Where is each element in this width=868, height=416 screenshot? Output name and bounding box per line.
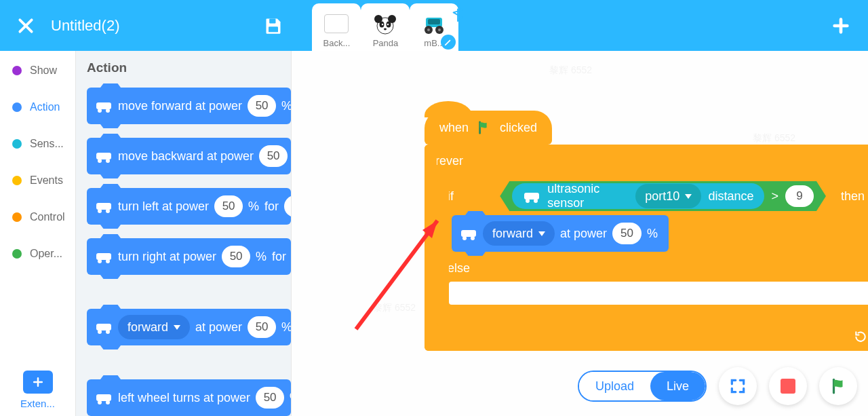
block-greater-than[interactable]: ultrasonic sensor port10 distance > 9 <box>500 181 826 211</box>
category-sidebar: Show Action Sens... Events Control Oper.… <box>0 51 76 416</box>
robot-icon <box>95 200 113 213</box>
power-input[interactable]: 50 <box>259 145 288 167</box>
svg-rect-1 <box>269 26 278 32</box>
block-text: turn right at power <box>118 250 216 264</box>
svg-point-23 <box>98 209 102 213</box>
add-sprite-button[interactable] <box>827 12 854 39</box>
sprite-tab-panda[interactable]: Panda <box>361 3 410 51</box>
top-bar: Untitled(2) Back... Panda <box>0 0 868 51</box>
svg-point-32 <box>98 400 102 404</box>
block-text: then <box>841 189 865 204</box>
block-turn-right[interactable]: turn right at power 50 % for 1 secs <box>87 238 291 275</box>
block-ultrasonic-sensor[interactable]: ultrasonic sensor port10 distance <box>512 183 764 209</box>
close-button[interactable] <box>0 0 51 51</box>
category-label: Control <box>30 211 65 223</box>
category-dot-icon <box>12 212 22 222</box>
pencil-icon <box>443 37 453 47</box>
svg-point-30 <box>106 330 110 334</box>
dropdown-label: forward <box>127 320 168 335</box>
block-text: left wheel turns at power <box>118 391 250 405</box>
category-label: Oper... <box>30 248 62 260</box>
category-label: Sens... <box>30 138 64 150</box>
port-dropdown[interactable]: port10 <box>635 184 701 208</box>
block-text: % <box>281 99 292 113</box>
power-input[interactable]: 50 <box>256 387 284 409</box>
svg-point-14 <box>427 29 430 31</box>
block-forever[interactable]: rever if ultrasonic sensor <box>425 145 868 351</box>
upload-mode-button[interactable]: Upload <box>579 372 650 400</box>
run-button[interactable] <box>819 367 857 405</box>
secs-input[interactable]: 1 <box>284 195 292 217</box>
category-item-sensing[interactable]: Sens... <box>0 138 75 150</box>
stop-icon <box>781 379 795 394</box>
power-input[interactable]: 50 <box>214 195 243 217</box>
mode-toggle[interactable]: Upload Live <box>578 371 707 402</box>
block-direction-power[interactable]: forward at power 50 % <box>452 215 669 252</box>
block-text: rever <box>435 154 463 168</box>
green-flag-icon <box>829 377 847 395</box>
svg-point-27 <box>106 259 110 263</box>
sprite-tab-mbot[interactable]: mB... <box>410 3 458 51</box>
project-title[interactable]: Untitled(2) <box>51 17 119 35</box>
block-palette[interactable]: Action move forward at power 50 % for 1 … <box>76 51 292 416</box>
robot-icon <box>95 149 113 163</box>
block-turn-left[interactable]: turn left at power 50 % for 1 secs <box>87 188 291 225</box>
category-item-events[interactable]: Events <box>0 174 75 187</box>
robot-icon <box>523 189 540 203</box>
svg-rect-16 <box>96 102 111 109</box>
robot-icon <box>95 320 113 334</box>
svg-point-7 <box>382 24 383 25</box>
edit-sprite-button[interactable] <box>441 35 456 50</box>
loop-arrow-icon <box>854 330 867 347</box>
category-label: Events <box>30 174 63 187</box>
blank-thumb-icon <box>324 14 349 33</box>
svg-point-15 <box>438 29 441 31</box>
power-input[interactable]: 50 <box>248 316 276 338</box>
svg-rect-0 <box>270 18 276 23</box>
block-text: % <box>248 200 259 214</box>
extension-button[interactable]: Exten... <box>0 371 75 409</box>
direction-dropdown[interactable]: forward <box>483 221 555 246</box>
block-move-forward[interactable]: move forward at power 50 % for 1 secs <box>87 88 291 124</box>
svg-rect-31 <box>96 394 111 401</box>
number-input[interactable]: 9 <box>785 185 814 207</box>
direction-dropdown[interactable]: forward <box>118 315 190 339</box>
category-item-control[interactable]: Control <box>0 211 75 223</box>
category-dot-icon <box>12 176 22 185</box>
sprite-tab-background[interactable]: Back... <box>312 3 361 51</box>
fullscreen-button[interactable] <box>719 367 757 405</box>
category-item-show[interactable]: Show <box>0 64 75 77</box>
svg-rect-22 <box>96 203 111 210</box>
robot-icon <box>95 250 113 263</box>
power-input[interactable]: 50 <box>612 223 642 244</box>
svg-point-8 <box>387 24 389 25</box>
power-input[interactable]: 50 <box>248 95 276 117</box>
block-when-flag-clicked[interactable]: when clicked <box>425 111 552 145</box>
block-if-else[interactable]: if ultrasonic sensor port10 <box>437 180 868 326</box>
chevron-down-icon <box>685 194 692 199</box>
svg-point-26 <box>98 259 102 263</box>
category-item-operators[interactable]: Oper... <box>0 248 75 260</box>
block-wheels-power[interactable]: left wheel turns at power 50 %, right wh… <box>87 379 291 416</box>
block-text: % <box>647 227 658 241</box>
chevron-down-icon <box>538 231 545 236</box>
script-stack[interactable]: when clicked rever if <box>425 111 868 351</box>
workspace-canvas[interactable]: 黎辉 6552 黎辉 6552 黎辉 6552 when clicked rev… <box>292 51 868 416</box>
block-text: % <box>281 320 292 335</box>
block-move-backward[interactable]: move backward at power 50 % for 1 secs <box>87 138 291 174</box>
svg-point-24 <box>106 209 110 213</box>
svg-rect-28 <box>96 324 111 330</box>
palette-title: Action <box>87 60 291 75</box>
block-text: else <box>448 261 470 276</box>
dropdown-label: forward <box>492 227 533 241</box>
block-direction-power[interactable]: forward at power 50 % <box>87 309 291 345</box>
save-button[interactable] <box>262 14 285 37</box>
extension-label: Exten... <box>20 398 55 409</box>
svg-rect-37 <box>461 230 476 237</box>
category-item-action[interactable]: Action <box>0 101 75 113</box>
live-mode-button[interactable]: Live <box>650 372 705 400</box>
svg-rect-34 <box>524 193 539 200</box>
svg-point-38 <box>462 236 467 240</box>
stop-button[interactable] <box>769 367 807 405</box>
power-input[interactable]: 50 <box>222 246 250 267</box>
